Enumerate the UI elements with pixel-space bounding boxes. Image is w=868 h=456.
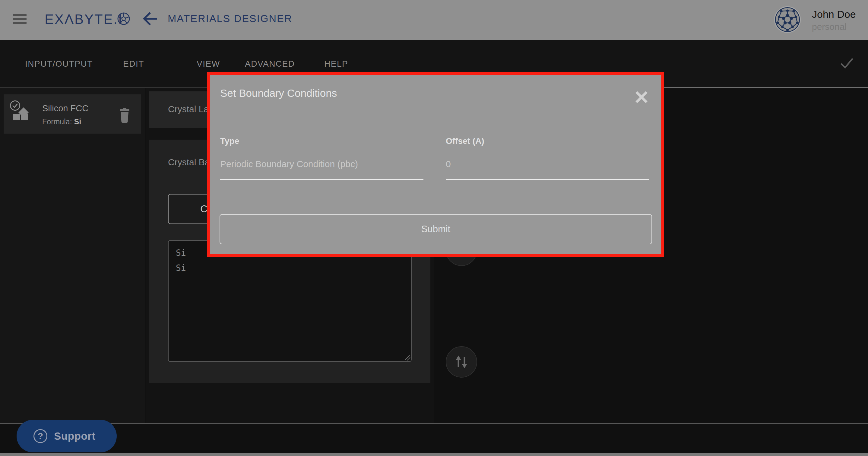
- bottom-statusbar: [0, 423, 868, 453]
- material-list-item[interactable]: Silicon FCC Formula: Si: [4, 94, 141, 133]
- close-icon[interactable]: [634, 90, 648, 104]
- swap-axes-button[interactable]: [446, 346, 477, 377]
- soccer-ball-logo-icon: [117, 12, 130, 25]
- support-label: Support: [54, 430, 96, 442]
- exabyte-logo[interactable]: EXΛBYTE.I: [44, 11, 123, 27]
- page-title: MATERIALS DESIGNER: [168, 13, 292, 24]
- submit-button[interactable]: Submit: [220, 214, 652, 244]
- offset-field-underline: [446, 179, 649, 180]
- set-boundary-conditions-dialog: Set Boundary Conditions Type Offset (A) …: [207, 72, 664, 257]
- save-check-icon[interactable]: [840, 57, 854, 69]
- back-arrow-icon[interactable]: [142, 11, 157, 26]
- type-select[interactable]: [220, 159, 424, 169]
- hamburger-menu-icon[interactable]: [13, 14, 27, 25]
- type-field-underline: [220, 179, 424, 180]
- swap-arrows-icon: [453, 354, 470, 370]
- bottom-scroll-strip: [0, 453, 868, 456]
- material-formula: Formula: Si: [42, 117, 81, 126]
- question-icon: ?: [33, 429, 48, 443]
- type-field-label: Type: [220, 136, 239, 146]
- menu-help[interactable]: HELP: [324, 59, 348, 69]
- textarea-resize-handle[interactable]: [404, 355, 410, 361]
- app-header: EXΛBYTE.I MATERIALS DESIGNER John Doe pe…: [0, 0, 868, 40]
- menu-input-output[interactable]: INPUT/OUTPUT: [25, 59, 93, 69]
- support-button[interactable]: ? Support: [17, 420, 117, 452]
- avatar-fullerene-icon[interactable]: [774, 6, 801, 33]
- selected-check-icon: [10, 100, 21, 111]
- materials-sidebar: Silicon FCC Formula: Si: [0, 88, 145, 423]
- delete-material-trash-icon[interactable]: [119, 108, 130, 123]
- menu-advanced[interactable]: ADVANCED: [245, 59, 295, 69]
- user-account: personal: [812, 22, 846, 32]
- menu-view[interactable]: VIEW: [197, 59, 220, 69]
- user-name[interactable]: John Doe: [812, 8, 856, 20]
- dialog-title: Set Boundary Conditions: [220, 87, 337, 99]
- menu-edit[interactable]: EDIT: [123, 59, 144, 69]
- offset-input[interactable]: [446, 159, 649, 169]
- material-name: Silicon FCC: [42, 103, 88, 113]
- offset-field-label: Offset (A): [446, 136, 484, 146]
- basis-input-textarea[interactable]: Si Si: [168, 240, 412, 362]
